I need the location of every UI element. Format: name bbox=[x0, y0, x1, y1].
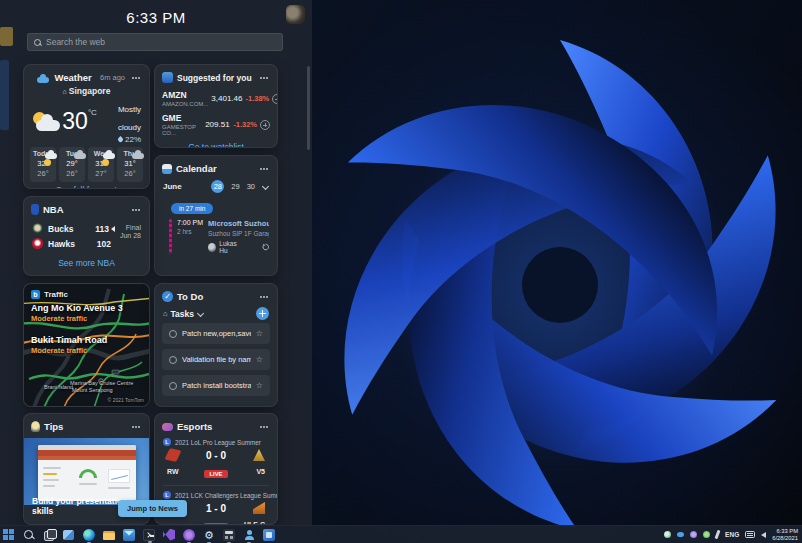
clock-time: 6:33 PM bbox=[772, 528, 798, 535]
task-view-icon[interactable] bbox=[43, 529, 55, 541]
task-list-label[interactable]: Tasks bbox=[171, 309, 194, 319]
forecast-day[interactable]: Today 32° 26° bbox=[30, 147, 56, 182]
task-checkbox[interactable] bbox=[169, 330, 177, 338]
traffic-status: Moderate traffic bbox=[31, 314, 142, 323]
file-explorer-icon[interactable] bbox=[103, 529, 115, 541]
stock-price: 209.51 bbox=[205, 120, 229, 129]
desktop: 6:33 PM Weather 6m ago ⌂Singapore 30°C M… bbox=[0, 0, 802, 543]
weather-location[interactable]: ⌂Singapore bbox=[24, 86, 149, 96]
widget-title: Calendar bbox=[176, 163, 217, 174]
taskbar-clock[interactable]: 6:33 PM 6/28/2021 bbox=[772, 528, 798, 542]
taskbar-search-icon[interactable] bbox=[23, 529, 35, 541]
widget-title: Tips bbox=[44, 421, 63, 432]
chevron-down-icon[interactable] bbox=[262, 183, 269, 190]
more-options-icon[interactable] bbox=[129, 71, 142, 84]
more-options-icon[interactable] bbox=[257, 420, 270, 433]
match-row[interactable]: 0 - 0 bbox=[155, 448, 277, 462]
more-options-icon[interactable] bbox=[129, 420, 142, 433]
touch-keyboard-icon[interactable] bbox=[745, 531, 755, 538]
tray-icon-antivirus[interactable] bbox=[664, 531, 671, 538]
star-icon[interactable]: ☆ bbox=[256, 382, 263, 390]
search-input[interactable] bbox=[46, 37, 276, 47]
calendar-day[interactable]: 29 bbox=[231, 182, 239, 191]
vscode-icon[interactable] bbox=[163, 529, 175, 541]
game-status: Final Jun 28 bbox=[120, 224, 141, 240]
people-icon[interactable] bbox=[243, 529, 255, 541]
calculator-icon[interactable] bbox=[223, 529, 235, 541]
stock-change: -1.32% bbox=[233, 120, 257, 129]
calendar-event[interactable]: 7:00 PM 2 hrs Microsoft Suzhou Toa... Su… bbox=[169, 219, 269, 254]
hawks-logo bbox=[32, 238, 43, 249]
condition-text: Mostly cloudy bbox=[118, 105, 141, 132]
add-task-button[interactable] bbox=[256, 307, 269, 320]
forecast-day[interactable]: Thu 31° 26° bbox=[117, 147, 143, 182]
settings-gear-icon[interactable]: ⚙ bbox=[203, 529, 215, 541]
widgets-panel: 6:33 PM Weather 6m ago ⌂Singapore 30°C M… bbox=[0, 0, 312, 543]
traffic-status: Moderate traffic bbox=[31, 346, 142, 355]
task-item[interactable]: Validation file by name ☆ bbox=[162, 349, 270, 370]
weather-widget-icon bbox=[35, 73, 46, 83]
stocks-widget[interactable]: Suggested for you AMZN AMAZON.COM... 3,4… bbox=[154, 64, 278, 148]
go-to-watchlist-link[interactable]: Go to watchlist bbox=[155, 139, 277, 148]
esports-widget-icon bbox=[162, 423, 173, 431]
user-avatar[interactable] bbox=[286, 5, 305, 24]
winner-indicator-icon bbox=[111, 226, 115, 232]
more-options-icon[interactable] bbox=[257, 71, 270, 84]
tray-icon-teams[interactable] bbox=[690, 531, 697, 538]
mail-icon[interactable] bbox=[123, 529, 135, 541]
language-indicator[interactable]: ENG bbox=[725, 531, 739, 538]
forecast-day[interactable]: Tue 29° 26° bbox=[59, 147, 85, 182]
add-to-watchlist-icon[interactable] bbox=[260, 120, 270, 130]
tips-preview-image[interactable] bbox=[24, 438, 149, 505]
weather-widget[interactable]: Weather 6m ago ⌂Singapore 30°C Mostly cl… bbox=[23, 64, 150, 189]
edge-browser-icon[interactable] bbox=[83, 529, 95, 541]
task-item[interactable]: Patch new,open,save,edi... ☆ bbox=[162, 323, 270, 344]
more-options-icon[interactable] bbox=[257, 290, 270, 303]
current-temp: 30°C bbox=[62, 108, 97, 135]
task-item[interactable]: Patch install bootstrapp... ☆ bbox=[162, 375, 270, 396]
calendar-day-selected[interactable]: 28 bbox=[211, 180, 224, 193]
more-options-icon[interactable] bbox=[129, 203, 142, 216]
widgets-icon[interactable] bbox=[63, 529, 75, 541]
calendar-widget[interactable]: Calendar June 28 29 30 in 27 min 7:00 PM… bbox=[154, 155, 278, 276]
company-name: AMAZON.COM... bbox=[162, 101, 208, 107]
star-icon[interactable]: ☆ bbox=[256, 356, 263, 364]
tray-icon-onedrive[interactable] bbox=[677, 532, 684, 537]
todo-widget[interactable]: ✓ To Do ⌂ Tasks Patch new,open,save,edi.… bbox=[154, 283, 278, 407]
task-checkbox[interactable] bbox=[169, 382, 177, 390]
panel-scrollbar[interactable] bbox=[307, 66, 310, 150]
add-to-watchlist-icon[interactable] bbox=[272, 94, 278, 104]
jump-to-news-button[interactable]: Jump to News bbox=[118, 500, 187, 517]
match-score: 0 - 0 bbox=[179, 450, 253, 461]
web-search-bar[interactable] bbox=[27, 33, 283, 51]
road-name: Ang Mo Kio Avenue 3 bbox=[31, 303, 142, 313]
panel-clock: 6:33 PM bbox=[0, 9, 312, 26]
more-options-icon[interactable] bbox=[257, 162, 270, 175]
chevron-down-icon[interactable] bbox=[197, 310, 204, 317]
tray-icon-updates[interactable] bbox=[703, 531, 710, 538]
terminal-icon[interactable] bbox=[143, 529, 155, 541]
forecast-day[interactable]: Wed 31° 27° bbox=[88, 147, 114, 182]
company-name: GAMESTOP CO... bbox=[162, 124, 202, 136]
see-full-forecast-link[interactable]: See full forecast bbox=[24, 182, 149, 189]
traffic-widget[interactable]: b Traffic Ang Mo Kio Avenue 3 Moderate t… bbox=[23, 283, 150, 407]
see-more-nba-link[interactable]: See more NBA bbox=[24, 255, 149, 271]
start-button[interactable] bbox=[3, 529, 15, 541]
stock-row[interactable]: GME GAMESTOP CO... 209.51 -1.32% bbox=[155, 110, 277, 139]
stock-change: -1.38% bbox=[245, 94, 269, 103]
star-icon[interactable]: ☆ bbox=[256, 330, 263, 338]
calendar-day[interactable]: 30 bbox=[247, 182, 255, 191]
pinned-app-icon[interactable] bbox=[263, 529, 275, 541]
task-checkbox[interactable] bbox=[169, 356, 177, 364]
stock-row[interactable]: AMZN AMAZON.COM... 3,401.46 -1.38% bbox=[155, 87, 277, 110]
volume-icon[interactable] bbox=[761, 532, 766, 538]
team-logo bbox=[253, 502, 265, 514]
visual-studio-icon[interactable] bbox=[183, 529, 195, 541]
nba-widget[interactable]: NBA Bucks 113 Hawks 102 Final Jun 28 bbox=[23, 196, 150, 276]
pen-icon[interactable] bbox=[715, 530, 721, 539]
map-copyright: © 2021 TomTom bbox=[108, 397, 144, 403]
bing-maps-icon: b bbox=[31, 290, 40, 299]
temp-unit: °C bbox=[88, 108, 97, 117]
widget-title: To Do bbox=[177, 291, 203, 302]
event-color-bar bbox=[169, 219, 172, 254]
